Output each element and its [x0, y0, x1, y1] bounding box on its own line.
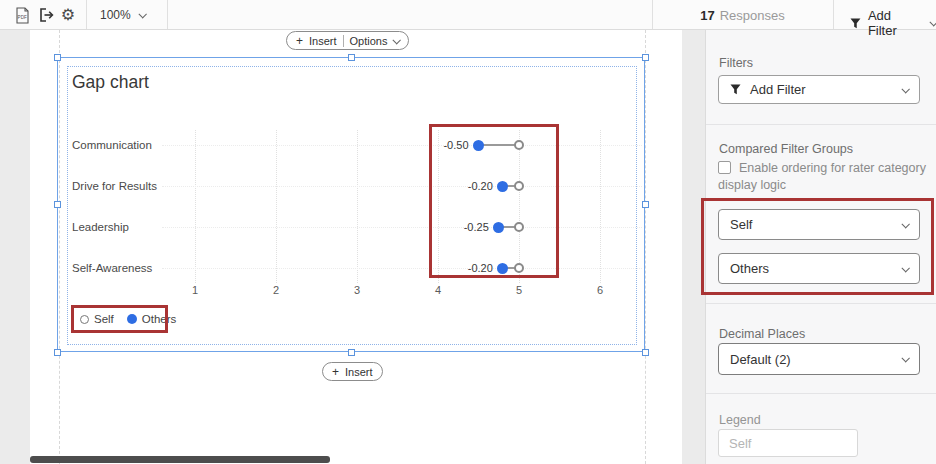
rater-group-self-value: Self: [730, 217, 752, 232]
chevron-down-icon: [930, 18, 936, 26]
others-dot: [473, 140, 484, 151]
toolbar-divider: [86, 0, 87, 29]
chart-title: Gap chart: [72, 72, 149, 93]
insert-button-label[interactable]: Insert: [309, 35, 337, 47]
category-label: Self-Awareness: [72, 260, 152, 276]
selection-handle-top-left[interactable]: [54, 54, 61, 61]
pill-divider: [343, 35, 344, 47]
self-dot: [514, 181, 524, 191]
self-dot: [514, 263, 524, 273]
plus-icon: +: [296, 34, 303, 48]
x-axis-tick-label: 5: [507, 283, 531, 297]
report-editor: PDF ⚙ 100% 17 Responses: [0, 0, 936, 464]
ordering-checkbox[interactable]: [718, 161, 731, 174]
compared-filter-groups-heading: Compared Filter Groups: [719, 142, 853, 156]
legend-self-label: Self: [94, 313, 114, 325]
selection-handle-bottom-center[interactable]: [348, 349, 355, 356]
options-button-label[interactable]: Options: [350, 35, 388, 47]
category-label: Drive for Results: [72, 178, 157, 194]
decimal-places-value: Default (2): [730, 352, 791, 367]
selection-handle-bottom-left[interactable]: [54, 349, 61, 356]
grid-line-horizontal: [162, 186, 642, 187]
x-axis-tick-label: 4: [426, 283, 450, 297]
grid-line-horizontal: [162, 227, 642, 228]
responses-counter: 17 Responses: [652, 0, 833, 30]
grid-line-vertical: [600, 130, 601, 283]
selection-handle-bottom-right[interactable]: [642, 349, 649, 356]
settings-sidebar: Filters Add Filter Compared Filter Group…: [705, 30, 936, 464]
responses-label: Responses: [720, 8, 785, 23]
add-filter-toolbar-button[interactable]: Add Filter: [850, 8, 936, 38]
add-filter-dropdown[interactable]: Add Filter: [718, 75, 920, 104]
selection-handle-top-center[interactable]: [348, 54, 355, 61]
insert-options-pill[interactable]: + Insert Options: [286, 31, 409, 50]
legend-others-label: Others: [142, 313, 177, 325]
filters-heading: Filters: [719, 56, 753, 70]
x-axis-tick-label: 1: [183, 283, 207, 297]
ordering-checkbox-label: Enable ordering for rater category displ…: [718, 161, 926, 192]
export-share-icon[interactable]: [36, 4, 56, 26]
horizontal-scrollbar[interactable]: [30, 456, 330, 463]
plus-icon: +: [332, 365, 339, 379]
selection-handle-top-right[interactable]: [642, 54, 649, 61]
zoom-level-value: 100%: [100, 8, 131, 22]
svg-text:PDF: PDF: [17, 14, 26, 19]
legend-item-others: Others: [127, 313, 177, 325]
add-filter-dropdown-label: Add Filter: [750, 82, 806, 97]
chart-legend: Self Others: [80, 311, 176, 327]
others-dot: [493, 222, 504, 233]
settings-gear-icon[interactable]: ⚙: [58, 4, 78, 26]
rater-group-others-value: Others: [730, 261, 769, 276]
chevron-down-icon: [901, 264, 909, 272]
report-page: Gap chart 123456Communication-0.50Drive …: [30, 30, 682, 464]
decimal-places-heading: Decimal Places: [719, 327, 805, 341]
grid-line-horizontal: [162, 145, 642, 146]
sidebar-divider: [706, 124, 936, 125]
decimal-places-dropdown[interactable]: Default (2): [718, 343, 920, 375]
toolbar-divider: [833, 0, 834, 29]
dumbbell-line: [479, 144, 520, 146]
gap-value-label: -0.25: [437, 219, 489, 235]
x-axis-tick-label: 2: [264, 283, 288, 297]
chevron-down-icon: [901, 85, 909, 93]
selection-handle-mid-left[interactable]: [54, 201, 61, 208]
category-label: Leadership: [72, 219, 129, 235]
sidebar-divider: [706, 303, 936, 304]
page-margin-guide: [645, 30, 646, 464]
bottom-insert-pill[interactable]: + Insert: [322, 362, 383, 381]
grid-line-horizontal: [162, 268, 642, 269]
selection-handle-mid-right[interactable]: [642, 201, 649, 208]
responses-count: 17: [700, 8, 714, 23]
gap-value-label: -0.20: [441, 178, 493, 194]
rater-group-dropdown-others[interactable]: Others: [718, 253, 920, 284]
chevron-down-icon: [901, 220, 909, 228]
self-dot: [514, 222, 524, 232]
toolbar-divider: [167, 0, 168, 29]
rater-group-dropdown-self[interactable]: Self: [718, 209, 920, 240]
legend-text-input[interactable]: [718, 429, 858, 457]
self-dot: [514, 140, 524, 150]
zoom-level-dropdown[interactable]: 100%: [100, 8, 145, 22]
legend-item-self: Self: [80, 313, 114, 325]
others-dot: [497, 263, 508, 274]
ordering-checkbox-row: Enable ordering for rater category displ…: [718, 160, 930, 194]
filter-funnel-icon: [730, 84, 741, 95]
others-dot: [497, 181, 508, 192]
gap-chart-widget-border[interactable]: [67, 66, 637, 345]
chevron-down-icon: [901, 354, 909, 362]
gap-value-label: -0.20: [441, 260, 493, 276]
chevron-down-icon: [138, 10, 146, 18]
others-filled-circle-icon: [127, 314, 137, 324]
pdf-export-icon[interactable]: PDF: [12, 4, 32, 26]
gap-value-label: -0.50: [417, 137, 469, 153]
filter-funnel-icon: [850, 18, 861, 29]
grid-line-vertical: [195, 130, 196, 283]
grid-line-vertical: [357, 130, 358, 283]
category-label: Communication: [72, 137, 152, 153]
self-open-circle-icon: [80, 315, 89, 324]
grid-line-vertical: [519, 130, 520, 283]
chevron-down-icon: [393, 36, 401, 44]
legend-heading: Legend: [719, 413, 761, 427]
sidebar-divider: [706, 393, 936, 394]
insert-button-label[interactable]: Insert: [345, 366, 373, 378]
